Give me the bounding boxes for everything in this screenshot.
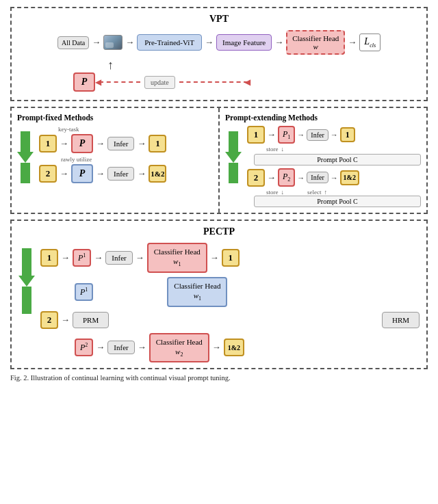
up-arrow-select: ↑ [324,189,328,196]
pectp-title: PECTP [18,226,420,237]
pectp-main-layout: 1 → P1 → Infer → Classifier Head w1 → 1 [40,243,420,363]
ch-label-r1: Classifier Head [154,247,201,256]
middle-section: Prompt-fixed Methods key-task 1 → P [10,107,428,214]
green-shaft-bottom [21,163,30,183]
task1-pectp: 1 [40,249,58,267]
pf-row1: 1 → P → Infer → 1 [39,134,213,153]
down-arrow-store2: ↓ [281,189,285,196]
caption: Fig. 2. Illustration of continual learni… [10,373,428,384]
all-data-box: All Data [57,36,89,49]
store-label1: store [266,146,279,152]
vpt-top-row: All Data → → Pre-Trained-ViT → Image Fea… [18,30,420,55]
classifier-head-red2: Classifier Head w2 [149,333,209,363]
vpt-p-row: P ◀ update ◀ [73,72,420,92]
classifier-head-vpt: Classifier Head w [286,30,345,55]
vpt-section: VPT All Data → → Pre-Trained-ViT → Image… [10,7,428,101]
lcls-sub: cls [370,42,376,49]
green-arrow-col-left [17,131,34,183]
infer-pe2: Infer [307,172,328,183]
prompt-extending-content: 1 → P1 → Infer → 1 store ↓ Prompt Pool C [225,126,421,207]
rawly-label: rawly utilize [61,156,213,163]
out1-pe: 1 [340,127,355,142]
ch-label-r2: Classifier Head [156,337,203,347]
arrow5: → [348,37,357,48]
p-box-pf2: P [71,164,93,183]
arrow4: → [274,37,283,48]
infer-pe1: Infer [307,129,328,141]
out12-pectp: 1&2 [224,339,244,356]
p1-pectp-blue: P1 [75,283,93,301]
w-label-vpt: w [292,42,339,51]
green-shaft-top-r [229,131,238,152]
arrow3: → [205,37,214,48]
classifier-head-label: Classifier Head [292,34,339,42]
lcls-l: L [364,36,370,47]
red-dashed-1: ◀ [99,81,140,83]
prompt-extending-section: Prompt-extending Methods 1 → P1 → Infer [220,108,426,213]
pectp-content: 1 → P1 → Infer → Classifier Head w1 → 1 [18,243,420,363]
right-arrow-from-classifier: ◀ [244,77,250,88]
arrow2: → [125,37,134,48]
green-shaft-bottom-r [229,163,238,183]
pf-row2: 2 → P → Infer → 1&2 [39,164,213,183]
out12-pf: 1&2 [149,165,166,183]
vpt-up-arrow-row: ↑ [107,59,420,71]
key-task-label: key-task [58,126,213,133]
infer-pectp1: Infer [105,251,132,265]
image-feature-box: Image Feature [216,34,272,51]
lcls-box: Lcls [359,34,381,51]
p-box-vpt: P [73,72,95,92]
pe-row2: 2 → P2 → Infer → 1&2 [247,168,421,186]
task2-pe: 2 [247,169,265,187]
prompt-fixed-section: Prompt-fixed Methods key-task 1 → P [12,108,220,213]
store-label2: store [266,189,279,196]
green-arrow-head [17,152,34,163]
p1-pe: P1 [278,126,295,144]
up-arrow: ↑ [107,59,114,71]
p2-pectp-red: P2 [75,339,93,356]
pectp-section: PECTP 1 → P1 → Infer → Classi [10,220,428,370]
task1-pf: 1 [39,135,57,152]
pectp-row1: 1 → P1 → Infer → Classifier Head w1 → 1 [40,243,420,273]
down-arrow-store1: ↓ [281,146,285,152]
select-label: select [307,189,322,196]
prm-box: PRM [73,312,109,328]
green-arrow-col-pectp [18,248,35,314]
p1-pectp-red: P1 [73,249,91,267]
infer-pectp3: Infer [107,341,134,354]
pectp-shaft-top [22,248,31,276]
update-box: update [144,76,175,89]
p2-pe: P2 [278,168,295,186]
pretrained-vit-box: Pre-Trained-ViT [137,34,202,51]
prompt-extending-title: Prompt-extending Methods [225,114,421,122]
prompt-fixed-title: Prompt-fixed Methods [17,114,213,122]
green-arrow-head-r [225,152,242,163]
store-row1: store ↓ [266,146,421,152]
w2-red: w2 [156,347,203,359]
w1-red: w1 [154,256,201,269]
pe-row1: 1 → P1 → Infer → 1 [247,126,421,144]
ch-label-b1: Classifier Head [174,281,220,291]
task2-pectp: 2 [40,311,58,329]
infer-box-pf2: Infer [107,167,134,181]
pectp-arrow-head [18,276,35,287]
pectp-shaft-bottom [22,287,31,314]
out1-pf: 1 [149,135,166,152]
red-dashed-2: ◀ [179,81,248,83]
out1-pectp: 1 [222,249,240,267]
left-arrow-head: ◀ [95,77,101,88]
image-thumbnail [103,35,123,50]
main-container: VPT All Data → → Pre-Trained-ViT → Image… [0,0,438,390]
green-arrow-col-right [225,131,242,183]
green-shaft-top [21,131,30,152]
arrow1: → [92,37,101,48]
task1-pe: 1 [247,126,265,144]
w1-blue: w1 [174,291,220,303]
prompt-pool-1: Prompt Pool C [254,154,421,165]
pectp-row2: P1 Classifier Head w1 [40,277,420,307]
prm-hrm-row: 2 → PRM HRM [40,311,420,329]
hrm-box: HRM [382,312,420,328]
p-box-pf1: P [71,134,93,153]
pectp-row3: P2 → Infer → Classifier Head w2 → 1&2 [40,333,420,363]
vpt-title: VPT [18,14,420,25]
